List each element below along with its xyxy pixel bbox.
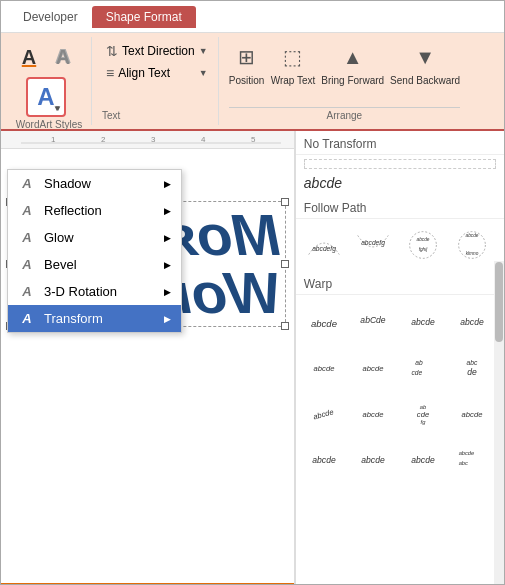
warp-grid: abcde abCde abcde abcde: [296, 295, 504, 485]
svg-text:abcde: abcde: [362, 455, 386, 465]
svg-text:fg: fg: [421, 419, 427, 425]
3d-rotation-arrow: ▶: [164, 287, 171, 297]
scrollbar-thumb[interactable]: [495, 262, 503, 342]
menu-item-reflection[interactable]: A Reflection ▶: [8, 197, 181, 224]
follow-path-item-3[interactable]: abcde abcde fghij: [401, 223, 445, 267]
svg-text:cde: cde: [417, 410, 429, 419]
title-bar: Developer Shape Format: [1, 1, 504, 33]
warp-item-16[interactable]: abcde abc: [450, 437, 494, 481]
svg-text:4: 4: [201, 135, 206, 144]
svg-text:abc: abc: [459, 460, 468, 466]
warp-item-6[interactable]: abcde: [351, 345, 395, 389]
text-outline-button[interactable]: A: [47, 41, 79, 73]
svg-point-8: [410, 232, 437, 259]
position-button[interactable]: ⊞ Position: [229, 41, 265, 107]
warp-item-3[interactable]: abcde: [401, 299, 445, 343]
horizontal-ruler: 1 2 3 4 5: [1, 131, 294, 149]
bring-forward-icon: ▲: [337, 41, 369, 73]
text-direction-arrow: ▼: [199, 46, 208, 56]
glow-label: Glow: [44, 230, 74, 245]
handle-br[interactable]: [281, 322, 289, 330]
svg-text:abc: abc: [467, 359, 478, 366]
reflection-arrow: ▶: [164, 206, 171, 216]
tab-developer[interactable]: Developer: [9, 6, 92, 28]
svg-text:klmno: klmno: [466, 251, 479, 256]
warp-item-1[interactable]: abcde: [302, 299, 346, 343]
no-transform-box[interactable]: [304, 159, 496, 169]
text-group-label: Text: [102, 106, 212, 121]
follow-path-item-4[interactable]: abcde klmno: [450, 223, 494, 267]
menu-item-bevel[interactable]: A Bevel ▶: [8, 251, 181, 278]
shadow-icon: A: [18, 176, 36, 191]
svg-text:abcde: abcde: [466, 233, 479, 238]
text-direction-button[interactable]: ⇅ Text Direction ▼: [102, 41, 212, 61]
bring-forward-label: Bring Forward: [321, 75, 384, 87]
follow-path-item-2[interactable]: abcdefg: [351, 223, 395, 267]
send-backward-label: Send Backward: [390, 75, 460, 87]
warp-item-4[interactable]: abcde: [450, 299, 494, 343]
shadow-arrow: ▶: [164, 179, 171, 189]
position-icon: ⊞: [231, 41, 263, 73]
menu-item-shadow[interactable]: A Shadow ▶: [8, 170, 181, 197]
svg-text:abcde: abcde: [411, 455, 435, 465]
warp-item-10[interactable]: abcde: [351, 391, 395, 435]
svg-text:abcde: abcde: [311, 318, 337, 329]
svg-text:abcde: abcde: [312, 455, 336, 465]
warp-item-7[interactable]: ab cde: [401, 345, 445, 389]
arrange-buttons: ⊞ Position ⬚ Wrap Text ▲ Bring Forward ▼…: [229, 41, 461, 107]
wrap-text-button[interactable]: ⬚ Wrap Text: [271, 41, 316, 107]
no-transform-option[interactable]: [296, 155, 504, 173]
text-fill-button[interactable]: A: [13, 41, 45, 73]
warp-item-9[interactable]: abcde: [302, 391, 346, 435]
wrap-text-label: Wrap Text: [271, 75, 316, 87]
scrollbar-track[interactable]: [494, 261, 504, 585]
3d-rotation-icon: A: [18, 284, 36, 299]
bring-forward-button[interactable]: ▲ Bring Forward: [321, 41, 384, 107]
svg-text:2: 2: [101, 135, 106, 144]
handle-mr[interactable]: [281, 260, 289, 268]
svg-text:abcde: abcde: [363, 364, 384, 373]
glow-arrow: ▶: [164, 233, 171, 243]
text-effects-button[interactable]: A ▼: [26, 77, 66, 117]
wordart-top-buttons: A A A ▼: [13, 41, 85, 117]
abcde-plain[interactable]: abcde: [296, 173, 504, 195]
arrange-group: ⊞ Position ⬚ Wrap Text ▲ Bring Forward ▼…: [223, 37, 467, 125]
arrange-group-label: Arrange: [229, 107, 461, 121]
text-direction-label: Text Direction: [122, 44, 195, 58]
svg-text:abCde: abCde: [361, 315, 387, 325]
menu-item-3d-rotation[interactable]: A 3-D Rotation ▶: [8, 278, 181, 305]
svg-text:abcdefg: abcdefg: [361, 239, 385, 247]
follow-path-item-1[interactable]: abcdefg: [302, 223, 346, 267]
send-backward-icon: ▼: [409, 41, 441, 73]
transform-arrow: ▶: [164, 314, 171, 324]
menu-item-transform[interactable]: A Transform ▶: [8, 305, 181, 332]
tab-shapeformat[interactable]: Shape Format: [92, 6, 196, 28]
position-label: Position: [229, 75, 265, 87]
warp-item-15[interactable]: abcde: [401, 437, 445, 481]
svg-text:abcde: abcde: [462, 410, 483, 419]
align-text-icon: ≡: [106, 65, 114, 81]
warp-item-8[interactable]: abc de: [450, 345, 494, 389]
3d-rotation-label: 3-D Rotation: [44, 284, 117, 299]
align-text-arrow: ▼: [199, 68, 208, 78]
send-backward-button[interactable]: ▼ Send Backward: [390, 41, 460, 107]
follow-path-title: Follow Path: [296, 195, 504, 219]
menu-item-glow[interactable]: A Glow ▶: [8, 224, 181, 251]
svg-text:fghij: fghij: [419, 247, 429, 252]
wordart-styles-group: A A A ▼ WordArt Styles: [7, 37, 92, 125]
transform-icon: A: [18, 311, 36, 326]
handle-tr[interactable]: [281, 198, 289, 206]
bevel-label: Bevel: [44, 257, 77, 272]
align-text-button[interactable]: ≡ Align Text ▼: [102, 63, 212, 83]
warp-item-14[interactable]: abcde: [351, 437, 395, 481]
warp-item-12[interactable]: abcde: [450, 391, 494, 435]
dropdown-menu: A Shadow ▶ A Reflection ▶ A Glow ▶ A Bev…: [7, 169, 182, 333]
glow-icon: A: [18, 230, 36, 245]
warp-item-2[interactable]: abCde: [351, 299, 395, 343]
warp-item-5[interactable]: abcde: [302, 345, 346, 389]
svg-text:abcde: abcde: [363, 410, 384, 419]
warp-item-13[interactable]: abcde: [302, 437, 346, 481]
align-text-label: Align Text: [118, 66, 170, 80]
warp-item-11[interactable]: ab cde fg: [401, 391, 445, 435]
follow-path-grid: abcdefg abcdefg abcde abcde fghij: [296, 219, 504, 271]
